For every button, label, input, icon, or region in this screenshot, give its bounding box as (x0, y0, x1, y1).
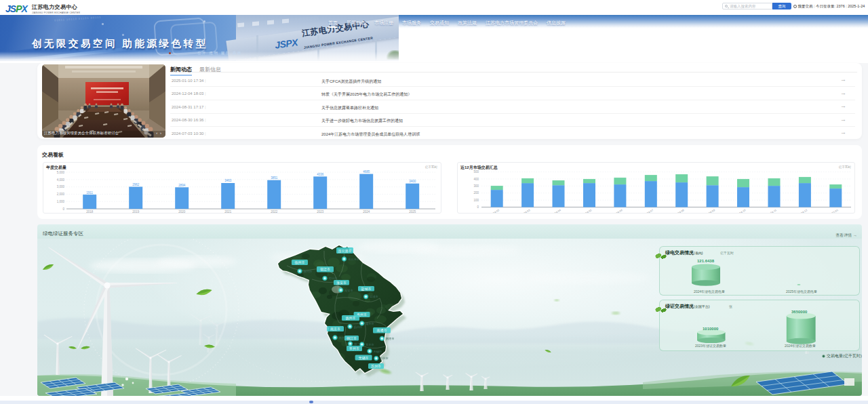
svg-text:苏州市: 苏州市 (380, 357, 389, 360)
svg-text:2019: 2019 (132, 210, 140, 213)
svg-text:镇江市: 镇江市 (347, 336, 357, 341)
svg-text:南通市: 南通市 (377, 328, 387, 332)
svg-text:200: 200 (473, 191, 479, 195)
svg-text:2023: 2023 (317, 210, 324, 213)
svg-text:2024: 2024 (363, 210, 370, 213)
svg-text:2024-03: 2024-03 (521, 208, 532, 213)
svg-text:2018: 2018 (86, 210, 94, 213)
svg-text:2024-09: 2024-09 (705, 208, 716, 213)
svg-text:2024-07: 2024-07 (644, 208, 654, 213)
svg-text:1911: 1911 (86, 191, 93, 195)
svg-text:2024-05: 2024-05 (582, 208, 593, 213)
svg-text:2894: 2894 (178, 184, 186, 187)
svg-text:2962: 2962 (132, 183, 140, 186)
svg-text:2024-10: 2024-10 (736, 208, 747, 213)
svg-text:2020: 2020 (178, 210, 186, 213)
svg-text:南京市: 南京市 (330, 327, 340, 331)
svg-text:2021: 2021 (224, 210, 232, 213)
svg-text:1,000: 1,000 (57, 200, 65, 203)
svg-text:宿迁市: 宿迁市 (329, 277, 338, 280)
svg-text:连云港市: 连云港市 (338, 249, 352, 254)
svg-text:淮安市: 淮安市 (344, 289, 353, 292)
svg-text:2024-02: 2024-02 (490, 208, 500, 213)
svg-text:无锡市: 无锡市 (359, 356, 369, 361)
svg-text:300: 300 (473, 184, 479, 188)
svg-text:盐城市: 盐城市 (361, 287, 372, 291)
svg-text:5,000: 5,000 (57, 171, 65, 174)
svg-text:宿迁市: 宿迁市 (320, 267, 330, 271)
svg-text:连云港市: 连云港市 (348, 258, 359, 261)
svg-text:3,000: 3,000 (57, 185, 65, 188)
svg-text:2025-01: 2025-01 (829, 208, 840, 213)
svg-text:100: 100 (473, 199, 479, 202)
svg-text:南通市: 南通市 (386, 337, 395, 340)
svg-text:2024-12: 2024-12 (797, 208, 808, 213)
svg-text:4,000: 4,000 (57, 178, 65, 182)
svg-text:0: 0 (62, 207, 64, 211)
svg-text:2024-08: 2024-08 (675, 208, 686, 213)
svg-text:常州市: 常州市 (366, 343, 374, 346)
svg-text:3463: 3463 (224, 179, 232, 182)
svg-text:淮安市: 淮安市 (336, 281, 347, 285)
svg-text:400: 400 (473, 178, 479, 181)
svg-text:徐州市: 徐州市 (294, 260, 305, 265)
svg-text:苏州市: 苏州市 (371, 364, 381, 368)
svg-text:2025: 2025 (409, 210, 416, 213)
svg-text:盐城市: 盐城市 (370, 295, 378, 298)
svg-text:3851: 3851 (271, 176, 278, 180)
svg-text:扬州市: 扬州市 (346, 316, 356, 321)
svg-text:0: 0 (477, 205, 479, 209)
svg-text:2024-06: 2024-06 (613, 208, 624, 213)
svg-text:4336: 4336 (317, 173, 324, 176)
svg-text:常州市: 常州市 (349, 346, 359, 350)
svg-text:2024-11: 2024-11 (767, 208, 778, 213)
svg-text:2022: 2022 (271, 210, 278, 213)
svg-text:3400: 3400 (409, 180, 416, 183)
svg-text:4685: 4685 (363, 170, 370, 174)
svg-text:2024-04: 2024-04 (551, 208, 562, 213)
svg-text:2,000: 2,000 (57, 193, 65, 196)
